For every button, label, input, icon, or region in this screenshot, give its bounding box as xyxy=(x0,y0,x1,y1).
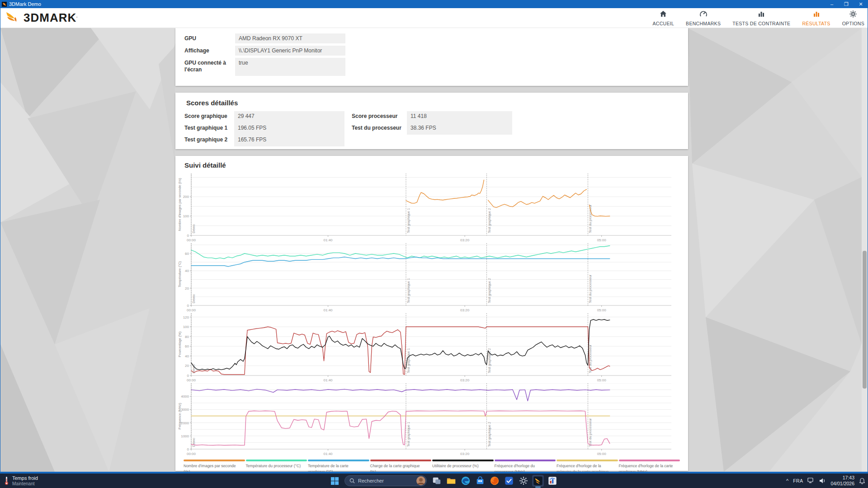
chart-legend: Nombre d'images par seconde (I/s) Tempér… xyxy=(184,460,681,472)
graphics-score-row: Score graphique 29 447 xyxy=(184,111,352,123)
title-bar: 3DMark Demo – ❐ ✕ xyxy=(0,0,868,8)
scores-title: Scores détaillés xyxy=(186,99,679,107)
graphics-score-value: 29 447 xyxy=(234,111,344,123)
svg-text:Démo: Démo xyxy=(192,224,196,233)
legend-item-6: Fréquence d'horloge de la mémoire de la … xyxy=(557,460,618,472)
taskbar-task-view-icon[interactable] xyxy=(431,475,443,487)
svg-text:40: 40 xyxy=(185,354,189,358)
svg-text:60: 60 xyxy=(185,252,189,256)
legend-item-1: Température du processeur (°C) xyxy=(246,460,307,472)
3dmark-logo: 3DMARK' xyxy=(5,11,77,25)
app-header: 3DMARK' ACCUEIL BENCHMARKS TESTS DE CONT… xyxy=(0,8,868,28)
screen: 3DMark Demo – ❐ ✕ 3DMARK' ACCUEIL BENCHM… xyxy=(0,0,868,488)
svg-text:200: 200 xyxy=(183,195,189,199)
graphics-test2-value: 165.76 FPS xyxy=(234,135,344,146)
display-value: \\.\DISPLAY1 Generic PnP Monitor xyxy=(235,46,345,56)
system-tray: ^ FRA 17:43 04/01/2026 xyxy=(786,475,865,486)
taskbar-explorer-icon[interactable] xyxy=(445,475,457,487)
graphics-test1-value: 196.05 FPS xyxy=(234,123,344,135)
display-row: Affichage \\.\DISPLAY1 Generic PnP Monit… xyxy=(184,46,679,56)
language-indicator[interactable]: FRA xyxy=(793,478,803,483)
svg-text:Température (°C): Température (°C) xyxy=(178,261,182,287)
weather-line1: Temps froid xyxy=(12,475,38,481)
legend-item-3: Charge de la carte graphique (%) xyxy=(370,460,432,472)
detailed-scores-card: Scores détaillés Score graphique 29 447 … xyxy=(175,93,688,149)
svg-text:05:00: 05:00 xyxy=(597,452,607,456)
svg-text:0: 0 xyxy=(187,374,189,378)
scrollbar-thumb[interactable] xyxy=(863,251,867,389)
close-button[interactable]: ✕ xyxy=(854,0,868,8)
weather-widget[interactable]: Temps froid Maintenant xyxy=(4,475,71,486)
svg-text:05:00: 05:00 xyxy=(597,378,607,382)
windows-logo-icon xyxy=(330,477,339,485)
nav-item-accueil[interactable]: ACCUEIL xyxy=(652,10,674,26)
svg-text:Test graphique 2: Test graphique 2 xyxy=(487,278,491,303)
svg-text:03:20: 03:20 xyxy=(460,452,470,456)
thermometer-icon xyxy=(4,476,9,486)
svg-text:03:20: 03:20 xyxy=(460,378,470,382)
notification-bell-icon[interactable] xyxy=(859,478,865,484)
volume-icon[interactable] xyxy=(819,478,826,484)
main-nav: ACCUEIL BENCHMARKS TESTS DE CONTRAINTE R… xyxy=(652,10,864,26)
taskbar-store-icon[interactable] xyxy=(474,475,486,487)
svg-text:40: 40 xyxy=(185,269,189,273)
window-title: 3DMark Demo xyxy=(9,1,41,7)
svg-text:0: 0 xyxy=(187,234,189,238)
search-input[interactable]: Rechercher xyxy=(344,475,427,486)
vertical-scrollbar[interactable] xyxy=(862,28,868,472)
svg-text:Test graphique 1: Test graphique 1 xyxy=(406,208,410,233)
taskbar-todo-icon[interactable] xyxy=(503,475,515,487)
svg-text:20: 20 xyxy=(185,286,189,291)
svg-text:Démo: Démo xyxy=(192,294,196,303)
taskbar-3dmark-icon[interactable] xyxy=(532,475,544,487)
nav-item-tests-de-contrainte[interactable]: TESTS DE CONTRAINTE xyxy=(732,10,790,26)
nav-item-benchmarks[interactable]: BENCHMARKS xyxy=(686,10,721,26)
legend-swatch xyxy=(619,460,680,461)
display-label: Affichage xyxy=(184,46,235,56)
charts-container: 0100200Nombre d'images par seconde (I/s)… xyxy=(183,174,681,457)
network-icon[interactable] xyxy=(807,478,815,484)
svg-text:100: 100 xyxy=(183,325,189,329)
taskbar-firefox-icon[interactable] xyxy=(489,475,500,487)
svg-text:Test du processeur: Test du processeur xyxy=(588,418,592,447)
home-icon xyxy=(659,10,667,20)
logo-flame-icon xyxy=(5,11,21,25)
svg-text:Test du processeur: Test du processeur xyxy=(588,274,592,303)
nav-item-r-sultats[interactable]: RÉSULTATS xyxy=(802,10,830,26)
search-avatar xyxy=(416,476,425,485)
clock[interactable]: 17:43 04/01/2026 xyxy=(830,475,854,486)
svg-text:05:00: 05:00 xyxy=(597,238,607,242)
taskbar-edge-icon[interactable] xyxy=(460,475,472,487)
legend-item-5: Fréquence d'horloge du processeur (MHz) xyxy=(495,460,556,472)
svg-text:00:00: 00:00 xyxy=(187,308,196,312)
minimize-button[interactable]: – xyxy=(825,0,839,8)
start-button[interactable] xyxy=(329,475,340,487)
svg-text:03:20: 03:20 xyxy=(460,238,470,242)
svg-text:Pourcentage (%): Pourcentage (%) xyxy=(178,331,182,357)
svg-text:2000: 2000 xyxy=(181,421,189,425)
graphics-test2-row: Test graphique 2 165.76 FPS xyxy=(184,135,352,146)
gpu-label: GPU xyxy=(184,33,235,43)
svg-text:Nombre d'images par seconde (I: Nombre d'images par seconde (I/s) xyxy=(178,178,182,231)
svg-text:Test graphique 1: Test graphique 1 xyxy=(406,422,410,447)
maximize-button[interactable]: ❐ xyxy=(839,0,854,8)
taskbar-settings-icon[interactable] xyxy=(518,475,529,487)
svg-text:20: 20 xyxy=(185,364,189,368)
cpu-score-value: 11 418 xyxy=(407,111,512,123)
tray-chevron-icon[interactable]: ^ xyxy=(786,478,788,483)
svg-text:01:40: 01:40 xyxy=(324,308,333,312)
svg-text:0: 0 xyxy=(187,447,189,451)
cpu-score-row: Score processeur 11 418 xyxy=(352,111,679,123)
content-area: GPU AMD Radeon RX 9070 XT Affichage \\.\… xyxy=(0,28,862,472)
taskbar-result-app-icon[interactable] xyxy=(547,475,558,487)
nav-item-options[interactable]: OPTIONS xyxy=(842,10,864,26)
svg-text:1000: 1000 xyxy=(181,434,189,438)
svg-text:00:00: 00:00 xyxy=(187,452,196,456)
svg-text:0: 0 xyxy=(187,304,189,308)
temperature-chart: 0204060Température (°C)00:0001:4003:2005… xyxy=(177,243,681,313)
frequency-chart: 01000200030004000Fréquence (MHz)00:0001:… xyxy=(177,383,681,457)
legend-swatch xyxy=(557,460,618,461)
legend-swatch xyxy=(432,460,494,461)
gear-icon xyxy=(849,10,857,20)
window-border-left xyxy=(0,8,0,472)
